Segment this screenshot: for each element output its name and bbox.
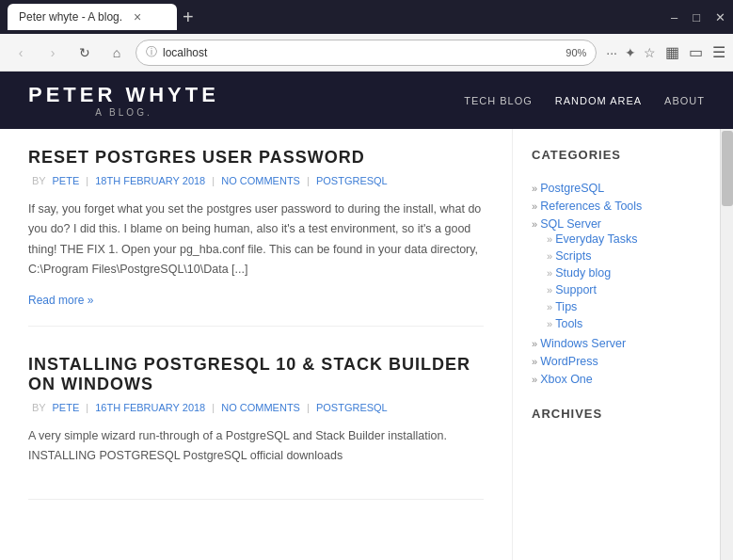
- zoom-level: 90%: [566, 47, 586, 58]
- new-tab-button[interactable]: +: [183, 7, 194, 28]
- subcat-studyblog-link[interactable]: Study blog: [555, 266, 611, 280]
- subcat-tools: Tools: [547, 315, 701, 332]
- subcat-everyday-link[interactable]: Everyday Tasks: [555, 232, 637, 246]
- sep4: |: [86, 402, 91, 413]
- cat-xboxone-link[interactable]: Xbox One: [540, 373, 593, 386]
- main-content: RESET POSTGRES USER PASSWORD BY PETE | 1…: [0, 129, 513, 560]
- sep5: |: [212, 402, 217, 413]
- archives-title: ARCHIVES: [532, 407, 701, 424]
- scrollbar-track[interactable]: [720, 129, 733, 560]
- subcat-scripts-link[interactable]: Scripts: [555, 249, 591, 263]
- post-2-excerpt: A very simple wizard run-through of a Po…: [28, 426, 484, 467]
- post-2-author[interactable]: PETE: [53, 402, 80, 413]
- nav-random-area[interactable]: RANDOM AREA: [555, 95, 642, 106]
- browser-titlebar: Peter whyte - A blog. × + – □ ✕: [0, 0, 733, 34]
- cat-xboxone: Xbox One: [532, 370, 701, 388]
- tab-title: Peter whyte - A blog.: [19, 10, 122, 24]
- minimize-button[interactable]: –: [671, 10, 677, 24]
- subcat-tools-link[interactable]: Tools: [555, 317, 582, 330]
- site-wrapper: PETER WHYTE A BLOG. TECH BLOG RANDOM ARE…: [0, 72, 733, 560]
- pocket-button[interactable]: ✦: [625, 45, 636, 60]
- browser-tab[interactable]: Peter whyte - A blog. ×: [8, 4, 177, 30]
- subcat-scripts: Scripts: [547, 248, 701, 264]
- category-list: PostgreSQL References & Tools SQL Server…: [532, 179, 701, 388]
- cat-wordpress-link[interactable]: WordPress: [540, 355, 598, 368]
- post-2: INSTALLING POSTGRESQL 10 & STACK BUILDER…: [28, 355, 484, 500]
- nav-tech-blog[interactable]: TECH BLOG: [464, 95, 533, 106]
- cat-sqlserver: SQL Server Everyday Tasks Scripts Study …: [532, 215, 701, 334]
- post-2-title: INSTALLING POSTGRESQL 10 & STACK BUILDER…: [28, 355, 484, 394]
- sidebar-toggle-button[interactable]: ▭: [689, 43, 703, 61]
- post-1-comments[interactable]: NO COMMENTS: [221, 175, 300, 186]
- back-button[interactable]: ‹: [8, 40, 34, 66]
- subcat-tips-link[interactable]: Tips: [555, 300, 577, 313]
- site-name: PETER WHYTE: [28, 83, 219, 107]
- home-button[interactable]: ⌂: [104, 40, 130, 66]
- sqlserver-sublist: Everyday Tasks Scripts Study blog Suppor…: [547, 231, 701, 332]
- address-bar[interactable]: ⓘ localhost 90%: [135, 40, 597, 66]
- more-options-button[interactable]: ···: [606, 45, 617, 60]
- categories-title: CATEGORIES: [532, 148, 701, 166]
- subcat-tips: Tips: [547, 298, 701, 315]
- cat-postgresql-link[interactable]: PostgreSQL: [540, 182, 604, 195]
- cat-references: References & Tools: [532, 197, 701, 215]
- post-1-title: RESET POSTGRES USER PASSWORD: [28, 148, 484, 168]
- tab-close-button[interactable]: ×: [134, 9, 141, 24]
- menu-button[interactable]: ☰: [712, 43, 725, 61]
- subcat-studyblog: Study blog: [547, 264, 701, 281]
- sep1: |: [86, 175, 91, 186]
- bookmark-button[interactable]: ☆: [644, 45, 656, 60]
- cat-postgresql: PostgreSQL: [532, 179, 701, 197]
- close-window-button[interactable]: ✕: [715, 10, 725, 24]
- post-2-meta: BY PETE | 16TH FEBRUARY 2018 | NO COMMEN…: [28, 402, 484, 413]
- post-1-read-more[interactable]: Read more »: [28, 294, 93, 307]
- site-logo: PETER WHYTE A BLOG.: [28, 83, 219, 118]
- post-1-excerpt: If say, you forget what you set the post…: [28, 200, 484, 280]
- sep2: |: [212, 175, 217, 186]
- post-2-category[interactable]: POSTGRESQL: [316, 402, 388, 413]
- url-text: localhost: [163, 46, 560, 59]
- site-header: PETER WHYTE A BLOG. TECH BLOG RANDOM ARE…: [0, 72, 733, 129]
- cat-windowsserver-link[interactable]: Windows Server: [540, 337, 626, 350]
- post-2-comments[interactable]: NO COMMENTS: [221, 402, 300, 413]
- sep3: |: [307, 175, 312, 186]
- site-tagline: A BLOG.: [28, 107, 219, 118]
- post-2-date[interactable]: 16TH FEBRUARY 2018: [95, 402, 205, 413]
- site-content: RESET POSTGRES USER PASSWORD BY PETE | 1…: [0, 129, 733, 560]
- toolbar-actions: ··· ✦ ☆: [606, 45, 656, 60]
- cat-wordpress: WordPress: [532, 352, 701, 370]
- archives-section: ARCHIVES: [532, 407, 701, 424]
- post-1: RESET POSTGRES USER PASSWORD BY PETE | 1…: [28, 148, 484, 327]
- refresh-button[interactable]: ↻: [72, 40, 98, 66]
- sep6: |: [307, 402, 312, 413]
- cat-references-link[interactable]: References & Tools: [540, 200, 642, 213]
- nav-about[interactable]: ABOUT: [664, 95, 705, 106]
- cat-windowsserver: Windows Server: [532, 334, 701, 352]
- library-icon[interactable]: ▦: [665, 43, 679, 61]
- window-controls: – □ ✕: [671, 10, 725, 24]
- forward-button[interactable]: ›: [40, 40, 66, 66]
- subcat-support-link[interactable]: Support: [555, 283, 597, 296]
- post-2-by: BY: [32, 402, 49, 413]
- sidebar: CATEGORIES PostgreSQL References & Tools…: [513, 129, 720, 560]
- post-1-author[interactable]: PETE: [53, 175, 80, 186]
- categories-section: CATEGORIES PostgreSQL References & Tools…: [532, 148, 701, 388]
- maximize-button[interactable]: □: [693, 10, 700, 24]
- subcat-support: Support: [547, 281, 701, 298]
- post-1-date[interactable]: 18TH FEBRUARY 2018: [95, 175, 205, 186]
- cat-sqlserver-link[interactable]: SQL Server: [540, 217, 601, 231]
- browser-toolbar: ‹ › ↻ ⌂ ⓘ localhost 90% ··· ✦ ☆ ▦ ▭ ☰: [0, 34, 733, 72]
- scrollbar-thumb[interactable]: [722, 131, 733, 206]
- security-icon: ⓘ: [146, 44, 157, 60]
- post-1-meta: BY PETE | 18TH FEBRUARY 2018 | NO COMMEN…: [28, 175, 484, 186]
- browser-side-icons: ▦ ▭ ☰: [665, 43, 725, 61]
- subcat-everyday: Everyday Tasks: [547, 231, 701, 248]
- post-1-by: BY: [32, 175, 49, 186]
- post-1-category[interactable]: POSTGRESQL: [316, 175, 388, 186]
- site-nav: TECH BLOG RANDOM AREA ABOUT: [464, 95, 705, 106]
